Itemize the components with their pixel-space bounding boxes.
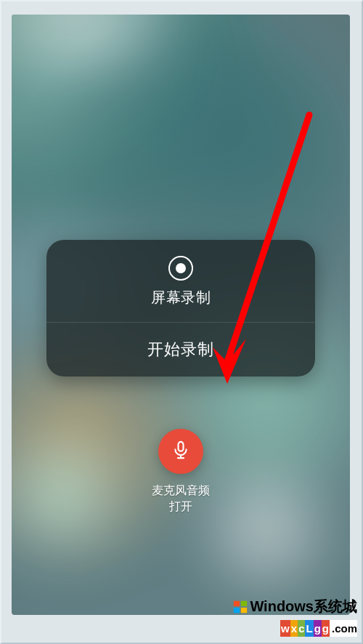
- windows-logo-icon: [232, 599, 248, 615]
- svg-rect-7: [234, 607, 240, 612]
- watermark-brand: Windows系统城: [232, 597, 357, 616]
- screen-recording-card: 屏幕录制 开始录制: [46, 240, 315, 377]
- watermark-url: wxcLgg.com: [280, 620, 357, 637]
- svg-rect-6: [241, 600, 247, 605]
- record-icon: [168, 256, 193, 281]
- svg-rect-5: [234, 600, 240, 605]
- window-frame: 屏幕录制 开始录制 麦克风音频 打开: [0, 0, 363, 644]
- microphone-icon: [171, 440, 191, 463]
- microphone-toggle-button[interactable]: [158, 429, 203, 474]
- phone-screen: 屏幕录制 开始录制 麦克风音频 打开: [12, 15, 350, 615]
- card-header: 屏幕录制: [46, 240, 315, 322]
- start-recording-button[interactable]: 开始录制: [46, 323, 315, 377]
- card-title: 屏幕录制: [151, 288, 211, 307]
- microphone-section: 麦克风音频 打开: [152, 429, 210, 514]
- svg-rect-8: [241, 607, 247, 612]
- microphone-label: 麦克风音频 打开: [152, 483, 210, 514]
- svg-rect-0: [179, 442, 184, 451]
- watermark-brand-text: Windows系统城: [250, 597, 357, 616]
